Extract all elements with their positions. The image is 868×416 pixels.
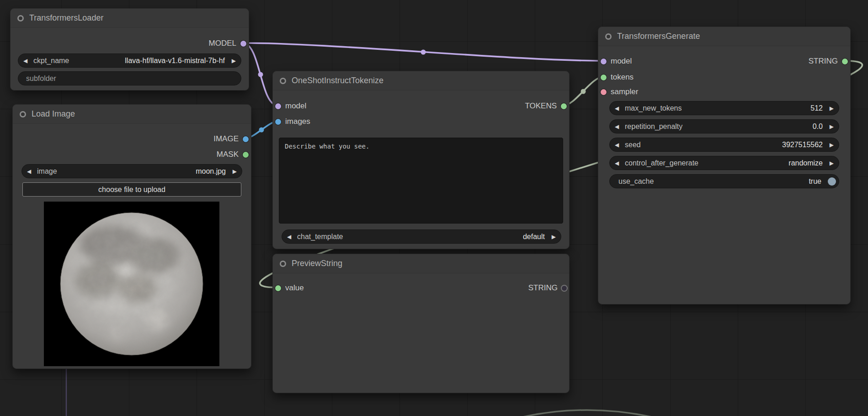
choose-file-label: choose file to upload (98, 186, 165, 194)
output-slot-string: STRING (528, 281, 567, 295)
wire-dot-image (259, 128, 264, 133)
widget-control-after-generate[interactable]: ◀ control_after_generate randomize ▶ (609, 156, 839, 170)
wire-model-to-generate (243, 43, 603, 61)
node-title: PreviewString (292, 259, 342, 268)
input-port-value[interactable] (275, 285, 281, 291)
widget-value-chat-template: default (523, 233, 545, 241)
next-value-arrow-icon[interactable]: ▶ (229, 168, 237, 175)
prev-value-arrow-icon[interactable]: ◀ (615, 160, 622, 166)
wire-dot-model-tokenize (258, 72, 263, 77)
node-title: TransformersGenerate (617, 32, 700, 41)
widget-use-cache[interactable]: use_cache true (609, 174, 839, 188)
node-title-bar[interactable]: OneShotInstructTokenize (273, 71, 569, 91)
widget-name-control-after-generate: control_after_generate (625, 159, 698, 167)
widget-name-max-new-tokens: max_new_tokens (625, 104, 682, 112)
input-port-model[interactable] (601, 59, 607, 64)
widget-repetition-penalty[interactable]: ◀ repetition_penalty 0.0 ▶ (609, 119, 839, 133)
choose-file-button[interactable]: choose file to upload (22, 182, 241, 197)
next-value-arrow-icon[interactable]: ▶ (548, 234, 556, 240)
node-one-shot-instruct-tokenize[interactable]: OneShotInstructTokenize model images TOK… (272, 71, 570, 249)
toggle-knob[interactable] (828, 177, 836, 186)
prev-value-arrow-icon[interactable]: ◀ (27, 168, 34, 175)
widget-value-ckpt-name: llava-hf/llava-v1.6-mistral-7b-hf (125, 57, 225, 65)
output-label-tokens: TOKENS (525, 101, 557, 111)
image-preview (44, 202, 219, 366)
output-label-string: STRING (528, 283, 558, 293)
widget-name-repetition-penalty: repetition_penalty (625, 123, 682, 131)
collapse-dot-icon[interactable] (20, 111, 26, 117)
widget-name-chat-template: chat_template (297, 233, 343, 241)
input-port-tokens[interactable] (601, 75, 607, 80)
widget-subfolder[interactable]: subfolder (18, 71, 241, 85)
node-transformers-loader[interactable]: TransformersLoader MODEL ◀ ckpt_name lla… (10, 8, 249, 91)
prev-value-arrow-icon[interactable]: ◀ (615, 142, 622, 148)
node-title-bar[interactable]: TransformersGenerate (598, 27, 850, 46)
prev-value-arrow-icon[interactable]: ◀ (615, 123, 622, 130)
output-port-string[interactable] (562, 286, 567, 291)
widget-value-repetition-penalty: 0.0 (813, 123, 823, 131)
input-label-value: value (285, 283, 304, 293)
node-title-bar[interactable]: TransformersLoader (11, 9, 249, 28)
output-port-image[interactable] (243, 136, 249, 142)
widget-max-new-tokens[interactable]: ◀ max_new_tokens 512 ▶ (609, 101, 839, 115)
output-label-string: STRING (809, 57, 838, 66)
output-slot-image: IMAGE (213, 132, 249, 146)
node-load-image[interactable]: Load Image IMAGE MASK ◀ image moon.jpg ▶… (12, 104, 251, 369)
input-label-tokens: tokens (611, 73, 634, 82)
collapse-dot-icon[interactable] (280, 261, 286, 267)
widget-name-image: image (37, 167, 57, 176)
widget-name-ckpt-name: ckpt_name (33, 57, 69, 65)
input-slot-value: value (275, 281, 304, 295)
output-port-mask[interactable] (243, 152, 249, 158)
prompt-textarea[interactable]: Describe what you see. (279, 138, 563, 224)
input-slot-images: images (275, 115, 310, 128)
input-label-model: model (611, 57, 632, 66)
input-label-images: images (285, 117, 310, 126)
collapse-dot-icon[interactable] (605, 33, 612, 40)
widget-chat-template[interactable]: ◀ chat_template default ▶ (282, 229, 561, 244)
wire-dot-tokens (581, 89, 586, 94)
output-port-model[interactable] (240, 41, 246, 47)
prev-value-arrow-icon[interactable]: ◀ (287, 234, 294, 240)
input-slot-model: model (275, 99, 306, 113)
node-title: OneShotInstructTokenize (292, 76, 383, 85)
next-value-arrow-icon[interactable]: ▶ (826, 123, 834, 130)
offscreen-wire-bottom (511, 410, 664, 416)
widget-value-image: moon.jpg (196, 167, 226, 176)
output-label-model: MODEL (209, 39, 236, 48)
collapse-dot-icon[interactable] (17, 15, 24, 21)
node-title-bar[interactable]: Load Image (13, 105, 251, 124)
widget-seed[interactable]: ◀ seed 3927515562 ▶ (609, 138, 839, 152)
next-value-arrow-icon[interactable]: ▶ (826, 105, 834, 112)
output-slot-mask: MASK (217, 148, 249, 161)
widget-image[interactable]: ◀ image moon.jpg ▶ (21, 164, 242, 178)
widget-name-use-cache: use_cache (618, 177, 654, 186)
next-value-arrow-icon[interactable]: ▶ (229, 58, 236, 64)
input-port-model[interactable] (275, 103, 281, 109)
moon-image (44, 202, 219, 366)
widget-value-max-new-tokens: 512 (810, 104, 823, 112)
input-slot-sampler: sampler (601, 85, 638, 99)
prev-value-arrow-icon[interactable]: ◀ (23, 58, 31, 64)
node-title-bar[interactable]: PreviewString (273, 254, 569, 273)
node-preview-string[interactable]: PreviewString value STRING (272, 254, 570, 393)
next-value-arrow-icon[interactable]: ▶ (826, 160, 834, 166)
output-slot-tokens: TOKENS (525, 99, 567, 113)
input-port-sampler[interactable] (601, 89, 607, 95)
output-port-string[interactable] (842, 59, 848, 64)
input-label-sampler: sampler (611, 87, 638, 96)
widget-value-use-cache: true (809, 177, 821, 186)
output-port-tokens[interactable] (561, 103, 567, 109)
widget-ckpt-name[interactable]: ◀ ckpt_name llava-hf/llava-v1.6-mistral-… (18, 53, 241, 68)
widget-value-control-after-generate: randomize (788, 159, 823, 167)
node-title: Load Image (32, 109, 75, 119)
prev-value-arrow-icon[interactable]: ◀ (615, 105, 622, 112)
node-canvas[interactable]: TransformersLoader MODEL ◀ ckpt_name lla… (0, 0, 868, 416)
widget-name-subfolder: subfolder (26, 75, 56, 83)
node-title: TransformersLoader (29, 13, 103, 23)
next-value-arrow-icon[interactable]: ▶ (826, 142, 834, 148)
node-transformers-generate[interactable]: TransformersGenerate model STRING tokens… (598, 27, 851, 304)
input-port-images[interactable] (275, 119, 281, 125)
collapse-dot-icon[interactable] (280, 78, 286, 84)
output-label-image: IMAGE (213, 134, 239, 144)
